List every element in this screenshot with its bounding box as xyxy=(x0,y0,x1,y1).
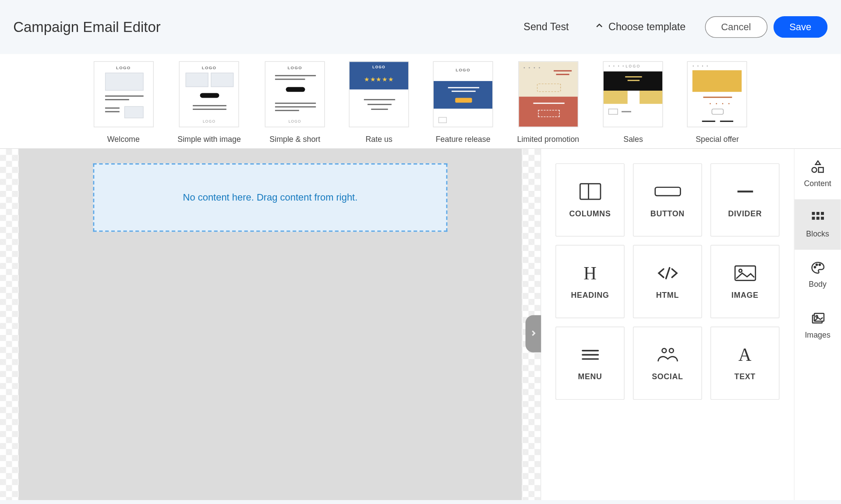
blocks-grid: COLUMNS BUTTON DIVIDER H HEADING xyxy=(541,149,794,500)
svg-point-21 xyxy=(814,266,815,268)
template-thumbnail: • • • • xyxy=(518,61,578,127)
tab-label: Body xyxy=(809,280,827,289)
block-social[interactable]: SOCIAL xyxy=(633,327,702,400)
panel-collapse-handle[interactable] xyxy=(526,315,541,352)
save-label: Save xyxy=(789,21,811,32)
tab-blocks[interactable]: Blocks xyxy=(795,199,841,250)
template-thumbnail: LOGO LOGO xyxy=(179,61,239,127)
template-simple-with-image[interactable]: LOGO LOGO Simple with image xyxy=(177,61,241,144)
block-label: COLUMNS xyxy=(569,208,611,218)
image-icon xyxy=(731,264,759,282)
tabs-rail: Content Blocks Body xyxy=(794,149,841,500)
template-rate-us[interactable]: LOGO ★★★★★ Rate us xyxy=(349,61,409,144)
svg-rect-18 xyxy=(812,217,815,220)
columns-icon xyxy=(576,182,604,200)
header: Campaign Email Editor Send Test Choose t… xyxy=(0,0,841,54)
button-icon xyxy=(654,182,681,200)
template-simple-short[interactable]: LOGO LOGO Simple & short xyxy=(265,61,325,144)
block-text[interactable]: A TEXT xyxy=(710,327,780,400)
menu-icon xyxy=(576,345,604,363)
tab-body[interactable]: Body xyxy=(795,250,841,300)
template-label: Rate us xyxy=(365,134,392,144)
template-special-offer[interactable]: • • • • • • • • Special offer xyxy=(687,61,747,144)
tab-content[interactable]: Content xyxy=(795,149,841,199)
template-sales[interactable]: • • • • LOGO Sales xyxy=(603,61,663,144)
save-button[interactable]: Save xyxy=(773,16,827,38)
choose-template-label: Choose template xyxy=(608,21,686,33)
template-label: Welcome xyxy=(107,134,140,144)
block-label: DIVIDER xyxy=(728,208,762,218)
svg-rect-5 xyxy=(735,266,755,280)
template-label: Sales xyxy=(623,134,643,144)
svg-point-13 xyxy=(812,168,816,173)
template-thumbnail: • • • • • • • • xyxy=(687,61,747,127)
svg-point-6 xyxy=(739,269,742,272)
svg-line-4 xyxy=(666,268,669,278)
template-thumbnail: LOGO xyxy=(93,61,153,127)
divider-icon xyxy=(731,182,759,200)
empty-message: No content here. Drag content from right… xyxy=(183,192,358,203)
svg-point-22 xyxy=(816,264,817,265)
svg-marker-12 xyxy=(815,161,820,164)
template-limited-promotion[interactable]: • • • • Limited promotion xyxy=(517,61,580,144)
chevron-up-icon xyxy=(595,21,604,33)
svg-rect-19 xyxy=(816,217,819,220)
block-divider[interactable]: DIVIDER xyxy=(710,163,780,236)
block-label: TEXT xyxy=(735,372,756,381)
svg-rect-14 xyxy=(818,168,823,173)
social-icon xyxy=(654,345,681,363)
template-label: Special offer xyxy=(696,134,739,144)
text-icon: A xyxy=(731,345,759,363)
tab-label: Content xyxy=(804,179,831,188)
template-label: Feature release xyxy=(436,134,491,144)
email-canvas[interactable]: No content here. Drag content from right… xyxy=(19,149,522,500)
block-menu[interactable]: MENU xyxy=(555,327,625,400)
svg-rect-2 xyxy=(655,187,680,195)
cancel-label: Cancel xyxy=(721,21,751,32)
template-thumbnail: LOGO ★★★★★ xyxy=(349,61,409,127)
template-label: Simple & short xyxy=(269,134,320,144)
shapes-icon xyxy=(810,160,825,175)
block-label: SOCIAL xyxy=(652,372,683,381)
template-feature-release[interactable]: LOGO Feature release xyxy=(433,61,493,144)
tab-images[interactable]: Images xyxy=(795,300,841,351)
palette-icon xyxy=(810,261,825,276)
template-thumbnail: • • • • LOGO xyxy=(603,61,663,127)
template-thumbnail: LOGO xyxy=(433,61,493,127)
empty-dropzone[interactable]: No content here. Drag content from right… xyxy=(93,163,448,232)
block-heading[interactable]: H HEADING xyxy=(555,245,625,318)
tab-label: Images xyxy=(805,330,830,339)
page-title: Campaign Email Editor xyxy=(13,19,160,35)
svg-rect-20 xyxy=(820,217,823,220)
send-test-link[interactable]: Send Test xyxy=(523,21,569,33)
images-icon xyxy=(810,312,825,327)
block-button[interactable]: BUTTON xyxy=(633,163,702,236)
cancel-button[interactable]: Cancel xyxy=(705,16,767,38)
choose-template-toggle[interactable]: Choose template xyxy=(595,21,686,33)
block-columns[interactable]: COLUMNS xyxy=(555,163,625,236)
template-thumbnail: LOGO LOGO xyxy=(265,61,325,127)
tab-label: Blocks xyxy=(806,229,829,239)
svg-point-10 xyxy=(662,348,666,352)
block-label: BUTTON xyxy=(650,208,685,218)
template-label: Simple with image xyxy=(177,134,241,144)
svg-rect-17 xyxy=(820,212,823,215)
workspace: No content here. Drag content from right… xyxy=(0,149,841,500)
chevron-right-icon xyxy=(530,328,537,339)
svg-point-23 xyxy=(819,264,820,265)
template-gallery: LOGO Welcome LOGO xyxy=(0,54,841,149)
heading-icon: H xyxy=(576,264,604,282)
svg-rect-15 xyxy=(812,212,815,215)
template-welcome[interactable]: LOGO Welcome xyxy=(93,61,153,144)
right-panel: COLUMNS BUTTON DIVIDER H HEADING xyxy=(541,149,841,500)
svg-rect-0 xyxy=(580,183,601,199)
template-label: Limited promotion xyxy=(517,134,580,144)
block-html[interactable]: HTML xyxy=(633,245,702,318)
send-test-label: Send Test xyxy=(523,21,569,33)
block-image[interactable]: IMAGE xyxy=(710,245,780,318)
svg-point-11 xyxy=(669,348,673,352)
html-icon xyxy=(654,264,681,282)
block-label: HTML xyxy=(656,290,679,300)
block-label: HEADING xyxy=(571,290,609,300)
canvas-area: No content here. Drag content from right… xyxy=(0,149,541,500)
